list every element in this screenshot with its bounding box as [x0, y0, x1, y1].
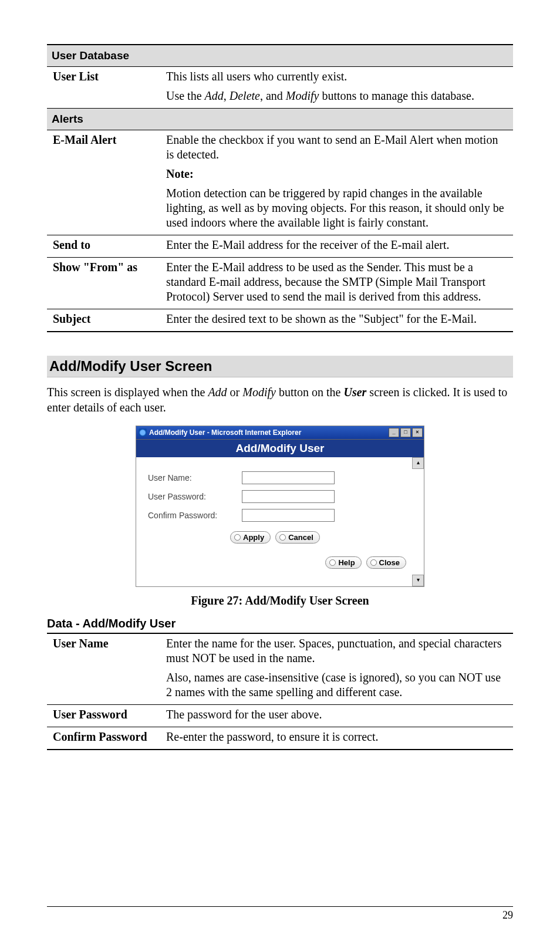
- add-modify-intro: This screen is displayed when the Add or…: [47, 384, 513, 415]
- dialog-window: Add/Modify User - Microsoft Internet Exp…: [136, 426, 424, 587]
- row-label-user-list: User List: [47, 66, 160, 108]
- figure-add-modify-user: Add/Modify User - Microsoft Internet Exp…: [47, 426, 513, 608]
- row-desc-show-from: Enter the E-Mail address to be used as t…: [160, 257, 513, 309]
- row-label-subject: Subject: [47, 309, 160, 332]
- radio-dot-icon: [279, 534, 286, 541]
- close-button[interactable]: Close: [366, 556, 406, 569]
- user-name-p2: Also, names are case-insensitive (case i…: [166, 670, 508, 700]
- password-label: User Password:: [148, 492, 242, 501]
- scroll-down-button[interactable]: ▾: [412, 575, 424, 586]
- row-desc-user-list: This lists all users who currently exist…: [160, 66, 513, 108]
- user-database-alerts-table: User Database User List This lists all u…: [47, 44, 513, 332]
- email-alert-p1: Enable the checkbox if you want to send …: [166, 133, 508, 162]
- page-footer: 29: [47, 906, 513, 922]
- row-label-send-to: Send to: [47, 235, 160, 257]
- section-header-user-database: User Database: [47, 45, 513, 66]
- email-alert-note-label: Note:: [166, 167, 508, 181]
- form-row-username: User Name:: [148, 471, 412, 484]
- row-desc-subject: Enter the desired text to be shown as th…: [160, 309, 513, 332]
- username-input[interactable]: [242, 471, 335, 484]
- page-number: 29: [502, 909, 513, 921]
- row-desc-send-to: Enter the E-Mail address for the receive…: [160, 235, 513, 257]
- cancel-button[interactable]: Cancel: [275, 531, 320, 544]
- row-label-show-from: Show "From" as: [47, 257, 160, 309]
- row-desc-user-name: Enter the name for the user. Spaces, pun…: [160, 633, 513, 705]
- email-alert-p2: Motion detection can be triggered by rap…: [166, 186, 508, 230]
- user-name-p1: Enter the name for the user. Spaces, pun…: [166, 636, 508, 666]
- row-label-user-password: User Password: [47, 704, 160, 727]
- scroll-up-button[interactable]: ▴: [412, 457, 424, 469]
- row-desc-email-alert: Enable the checkbox if you want to send …: [160, 130, 513, 235]
- user-list-p1: This lists all users who currently exist…: [166, 69, 508, 84]
- row-label-user-name: User Name: [47, 633, 160, 705]
- help-button[interactable]: Help: [325, 556, 361, 569]
- window-close-button[interactable]: ×: [412, 428, 423, 437]
- user-list-p2: Use the Add, Delete, and Modify buttons …: [166, 89, 508, 103]
- button-row-secondary: Help Close: [148, 556, 406, 569]
- password-input[interactable]: [242, 490, 335, 503]
- heading-data-add-modify-user: Data - Add/Modify User: [47, 617, 513, 630]
- heading-add-modify-user-screen: Add/Modify User Screen: [47, 356, 513, 377]
- ie-icon: [139, 428, 147, 437]
- data-add-modify-user-table: User Name Enter the name for the user. S…: [47, 633, 513, 750]
- window-minimize-button[interactable]: _: [389, 428, 399, 437]
- radio-dot-icon: [234, 534, 241, 541]
- form-row-password: User Password:: [148, 490, 412, 503]
- radio-dot-icon: [329, 559, 336, 566]
- apply-button[interactable]: Apply: [230, 531, 271, 544]
- confirm-password-input[interactable]: [242, 509, 335, 522]
- figure-caption: Figure 27: Add/Modify User Screen: [191, 594, 369, 608]
- confirm-password-label: Confirm Password:: [148, 511, 242, 520]
- row-desc-confirm-password: Re-enter the password, to ensure it is c…: [160, 727, 513, 750]
- radio-dot-icon: [370, 559, 377, 566]
- button-row-primary: Apply Cancel: [230, 531, 412, 544]
- section-header-alerts: Alerts: [47, 108, 513, 130]
- dialog-header: Add/Modify User: [136, 439, 424, 457]
- row-label-email-alert: E-Mail Alert: [47, 130, 160, 235]
- dialog-titlebar: Add/Modify User - Microsoft Internet Exp…: [136, 426, 424, 439]
- dialog-body: ▴ User Name: User Password: Confirm Pass…: [136, 457, 424, 586]
- window-maximize-button[interactable]: □: [400, 428, 411, 437]
- row-label-confirm-password: Confirm Password: [47, 727, 160, 750]
- row-desc-user-password: The password for the user above.: [160, 704, 513, 727]
- dialog-window-title: Add/Modify User - Microsoft Internet Exp…: [149, 428, 301, 437]
- form-row-confirm: Confirm Password:: [148, 509, 412, 522]
- username-label: User Name:: [148, 473, 242, 482]
